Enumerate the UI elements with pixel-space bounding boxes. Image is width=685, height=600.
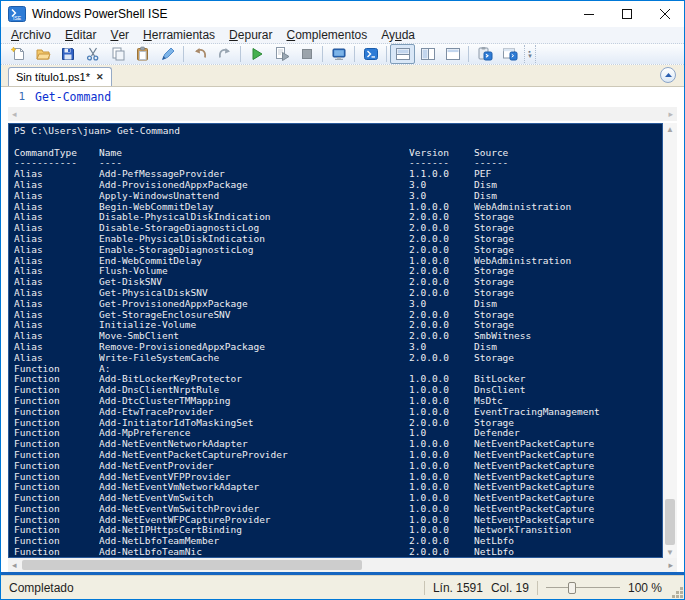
console-horizontal-scrollbar[interactable]: ◂ ▸: [8, 558, 677, 572]
console-row: AliasEnd-WebCommitDelay1.0.0.0WebAdminis…: [14, 256, 662, 267]
status-col-indicator: Col. 19: [491, 581, 529, 595]
save-script-button[interactable]: [55, 44, 80, 64]
scroll-right-arrow-icon[interactable]: ▸: [668, 560, 673, 570]
header-version: Version: [409, 148, 474, 159]
console-row: FunctionAdd-NetEventVmSwitch1.0.0.0NetEv…: [14, 493, 662, 504]
console-row: AliasGet-PhysicalDiskSNV2.0.0.0Storage: [14, 288, 662, 299]
title-bar[interactable]: ISE Windows PowerShell ISE: [1, 1, 684, 27]
console-row: AliasGet-ProvisionedAppxPackage3.0Dism: [14, 299, 662, 310]
menu-item-ayuda[interactable]: Ayuda: [374, 27, 422, 43]
new-script-icon: [10, 46, 26, 62]
console-row: FunctionAdd-NetEventNetworkAdapter1.0.0.…: [14, 439, 662, 450]
vertical-scrollbar-thumb[interactable]: [665, 499, 675, 545]
show-script-pane-top-button[interactable]: [390, 44, 415, 64]
console-row: AliasInitialize-Volume2.0.0.0Storage: [14, 320, 662, 331]
console-blank-line: [14, 137, 662, 148]
editor-horizontal-scrollbar[interactable]: ◂ ▸: [8, 107, 677, 121]
scroll-up-arrow-icon[interactable]: ▲: [663, 123, 677, 135]
show-script-pane-right-button[interactable]: [415, 44, 440, 64]
scroll-down-arrow-icon[interactable]: ▼: [663, 546, 677, 558]
header-commandtype: CommandType: [14, 148, 99, 159]
clear-console-pane-button[interactable]: [155, 44, 180, 64]
new-script-button[interactable]: [5, 44, 30, 64]
zoom-slider-thumb[interactable]: [568, 582, 576, 594]
redo-button[interactable]: [212, 44, 237, 64]
minimize-button[interactable]: [570, 1, 608, 27]
zoom-slider[interactable]: [546, 581, 620, 595]
window-title: Windows PowerShell ISE: [32, 7, 167, 21]
zoom-slider-track: [546, 587, 620, 588]
menu-item-editar[interactable]: Editar: [58, 27, 103, 43]
run-script-button[interactable]: [244, 44, 269, 64]
open-script-button[interactable]: [30, 44, 55, 64]
stop-operation-button[interactable]: [294, 44, 319, 64]
open-script-icon: [35, 46, 51, 62]
console-row: AliasRemove-ProvisionedAppxPackage3.0Dis…: [14, 342, 662, 353]
code-line[interactable]: Get-Command: [35, 87, 111, 107]
toolbar-overflow-button[interactable]: ▪▾: [524, 45, 536, 63]
line-number: 1: [18, 90, 25, 103]
save-script-icon: [60, 46, 76, 62]
toolbar-separator: [183, 46, 184, 62]
undo-icon: [192, 46, 208, 62]
editor-tab[interactable]: Sin título1.ps1* ✕: [8, 67, 112, 86]
menu-item-depurar[interactable]: Depurar: [222, 27, 279, 43]
toolbar: ▪▾: [1, 44, 684, 65]
console-row: FunctionAdd-DtcClusterTMMapping1.0.0.0Ms…: [14, 396, 662, 407]
console-prompt-line: PS C:\Users\juan> Get-Command: [14, 126, 662, 137]
resize-grip[interactable]: [680, 595, 683, 598]
toolbar-separator: [240, 46, 241, 62]
menu-item-ver[interactable]: Ver: [103, 27, 136, 43]
cut-icon: [85, 46, 101, 62]
horizontal-scrollbar-thumb[interactable]: [22, 560, 362, 570]
copy-icon: [110, 46, 126, 62]
cut-button[interactable]: [80, 44, 105, 64]
script-editor[interactable]: 1 Get-Command: [1, 87, 684, 107]
cmd-window-icon: [502, 46, 518, 62]
scroll-left-arrow-icon[interactable]: ◂: [12, 560, 17, 570]
scroll-right-arrow-icon[interactable]: ▸: [668, 109, 673, 119]
powershell-icon: [363, 46, 379, 62]
console-table-header: CommandType Name Version Source: [14, 148, 662, 159]
paste-button[interactable]: [130, 44, 155, 64]
remote-tab-icon: [331, 46, 347, 62]
console-row: FunctionA:: [14, 364, 662, 375]
pane-max-icon: [445, 46, 461, 62]
maximize-button[interactable]: [608, 1, 646, 27]
menu-item-herramientas[interactable]: Herramientas: [136, 27, 222, 43]
close-button[interactable]: [646, 1, 684, 27]
status-line-indicator: Lín. 1591: [433, 581, 483, 595]
tab-close-icon[interactable]: ✕: [96, 72, 104, 82]
paste-icon: [135, 46, 151, 62]
chevron-up-icon: [664, 72, 673, 78]
scroll-left-arrow-icon[interactable]: ◂: [12, 109, 17, 119]
show-command-window-button[interactable]: [497, 44, 522, 64]
console-area: PS C:\Users\juan> Get-Command CommandTyp…: [1, 123, 684, 558]
powershell-ise-window: ISE Windows PowerShell ISE ArchivoEditar…: [0, 0, 685, 600]
start-powershell-exe-button[interactable]: [358, 44, 383, 64]
status-separator: [537, 581, 538, 595]
console-pane[interactable]: PS C:\Users\juan> Get-Command CommandTyp…: [8, 123, 663, 558]
line-number-gutter: 1: [1, 87, 35, 107]
show-command-addon-button[interactable]: [472, 44, 497, 64]
show-script-pane-maximized-button[interactable]: [440, 44, 465, 64]
menu-item-complementos[interactable]: Complementos: [279, 27, 374, 43]
console-row: FunctionAdd-NetIPHttpsCertBinding1.0.0.0…: [14, 525, 662, 536]
console-vertical-scrollbar[interactable]: ▲ ▼: [663, 123, 677, 558]
stop-icon: [299, 46, 315, 62]
toolbar-separator: [386, 46, 387, 62]
new-remote-powershell-tab-button[interactable]: [326, 44, 351, 64]
console-row: FunctionAdd-DnsClientNrptRule1.0.0.0DnsC…: [14, 385, 662, 396]
header-source: Source: [474, 148, 662, 159]
console-row: FunctionAdd-NetEventVFPProvider1.0.0.0Ne…: [14, 472, 662, 483]
cmd-clipboard-icon: [477, 46, 493, 62]
console-row: AliasWrite-FileSystemCache2.0.0.0Storage: [14, 353, 662, 364]
run-selection-button[interactable]: [269, 44, 294, 64]
run-script-icon: [249, 46, 265, 62]
undo-button[interactable]: [187, 44, 212, 64]
collapse-script-pane-button[interactable]: [660, 67, 676, 83]
status-text: Completado: [9, 581, 74, 595]
header-name: Name: [99, 148, 409, 159]
menu-item-archivo[interactable]: Archivo: [4, 27, 58, 43]
copy-button[interactable]: [105, 44, 130, 64]
